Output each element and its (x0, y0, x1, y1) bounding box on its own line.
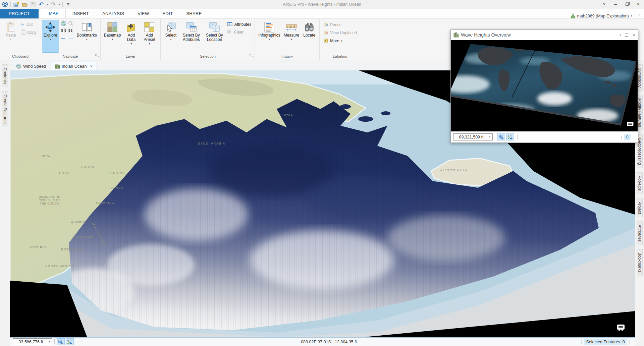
divider (54, 339, 55, 344)
divider: | (581, 340, 582, 344)
infographics-dropdown-icon: ▾ (269, 38, 270, 41)
overview-close-icon[interactable]: × (632, 32, 635, 38)
help-button[interactable]: ? (598, 0, 610, 8)
selected-features-count[interactable]: Selected Features: 0 (584, 339, 627, 345)
panel-tab-attributes[interactable]: Attributes (637, 221, 643, 245)
panel-tab-popups[interactable]: Pop-ups (637, 172, 643, 194)
select-label: Select (165, 33, 176, 38)
overview-titlebar[interactable]: Wave Heights Overview ▾ × (451, 30, 638, 40)
view-unplaced-icon (323, 30, 328, 36)
tab-map[interactable]: MAP (42, 8, 66, 18)
view-tab-wind-speed[interactable]: Wind Speed (12, 62, 50, 70)
view-tab-indian-ocean[interactable]: Indian Ocean × (51, 62, 97, 70)
cut-button: ✂ Cut (19, 21, 38, 28)
collapse-ribbon-icon[interactable]: ⌃ (638, 14, 641, 18)
snap-settings-button[interactable] (66, 338, 74, 345)
map-label: ZAMBIA (71, 220, 86, 223)
select-by-attributes-label: Select By Attributes (181, 33, 202, 42)
overview-float-icon[interactable] (625, 32, 628, 38)
panel-tab-create-features[interactable]: Create Features (2, 91, 8, 127)
snap-settings-button[interactable] (506, 133, 514, 140)
bookmarks-button[interactable]: Bookmarks ▾ (75, 20, 98, 52)
panel-tab-contents[interactable]: Contents (2, 64, 8, 87)
full-extent-icon[interactable] (61, 20, 66, 27)
grid-add-button[interactable] (497, 133, 505, 140)
panel-tab-project[interactable]: Project (637, 198, 643, 217)
divider: | (621, 135, 622, 139)
attribution-icon[interactable] (627, 121, 634, 129)
overview-map[interactable] (451, 40, 638, 131)
previous-extent-button[interactable]: ← (60, 35, 66, 40)
navigate-tools: ← → (59, 20, 75, 53)
divider (517, 134, 518, 139)
overview-menu-icon[interactable]: ▾ (620, 34, 621, 37)
basemap-button[interactable]: Basemap ▾ (103, 20, 122, 52)
bookmarks-dropdown-icon: ▾ (86, 38, 88, 41)
measure-button[interactable]: Measure ▾ (282, 20, 301, 52)
basemap-label: Basemap (104, 33, 121, 38)
new-item-icon[interactable] (13, 1, 19, 7)
globe-icon (16, 64, 21, 69)
select-by-location-button[interactable]: Select By Location (204, 20, 225, 52)
close-view-tab-icon[interactable]: × (90, 64, 93, 69)
grid-add-button[interactable] (57, 338, 65, 345)
basemap-icon (107, 21, 117, 33)
map-scale-dropdown[interactable]: 33,586,776 ft ▾ (13, 338, 52, 345)
overview-scale-dropdown[interactable]: 89,321,509 ft ▾ (453, 133, 493, 140)
attributes-button[interactable]: Attributes (225, 21, 253, 28)
redo-button[interactable]: ↷ (50, 1, 56, 7)
add-data-label: Add Data (124, 33, 138, 42)
add-data-button[interactable]: Add Data ▾ (123, 20, 140, 52)
clear-label: Clear (234, 30, 244, 35)
navigate-dialog-launcher-icon[interactable] (95, 54, 99, 58)
customize-quick-access-button[interactable] (65, 1, 71, 7)
add-preset-icon (144, 21, 154, 33)
tab-edit[interactable]: EDIT (156, 9, 180, 18)
map-label: CHAD (59, 171, 70, 175)
paste-dropdown-icon: ▾ (10, 38, 11, 41)
account-menu[interactable]: nath2869 (Map Exploration) ▾ ⌃ (571, 13, 644, 18)
pause-label: Pause (330, 22, 341, 27)
group-label-inquiry: Inquiry (281, 54, 293, 58)
divider (10, 2, 11, 7)
explore-label: Explore (44, 33, 57, 38)
explore-button[interactable]: Explore ▾ (42, 20, 59, 52)
selection-dialog-launcher-icon[interactable] (250, 54, 253, 58)
redo-dropdown-icon[interactable]: ▾ (59, 3, 60, 6)
local-scene-icon (453, 32, 459, 38)
restore-button[interactable] (621, 0, 633, 8)
pause-labeling-button: Pause (321, 21, 359, 28)
tab-view[interactable]: VIEW (131, 9, 156, 18)
undo-dropdown-icon[interactable]: ▾ (47, 3, 48, 6)
more-labeling-button[interactable]: More ▾ (321, 37, 359, 44)
view-unplaced-button: View Unplaced (321, 29, 359, 36)
divider (495, 134, 495, 139)
select-by-attributes-button[interactable]: Select By Attributes (179, 20, 203, 52)
fixed-zoom-out-icon[interactable] (68, 28, 73, 34)
tab-insert[interactable]: INSERT (66, 9, 96, 18)
minimize-button[interactable] (610, 0, 621, 8)
map-label: SUDAN (81, 165, 95, 169)
wave-heights-overview-window[interactable]: Wave Heights Overview ▾ × (450, 30, 638, 143)
restore-icon (626, 3, 629, 6)
add-preset-button[interactable]: Add Preset ▾ (140, 20, 158, 52)
overview-selected-count: 0 (624, 134, 631, 140)
infographics-button[interactable]: Infographics ▾ (257, 20, 281, 52)
account-dropdown-icon: ▾ (631, 14, 632, 17)
close-button[interactable]: × (633, 0, 644, 8)
fixed-zoom-in-icon[interactable] (61, 28, 66, 34)
cut-label: Cut (26, 22, 33, 27)
map-label: AUSTRALIA (440, 168, 468, 172)
select-button[interactable]: Select ▾ (163, 20, 179, 52)
panel-tab-bookmarks[interactable]: Bookmarks (637, 249, 643, 276)
tab-share[interactable]: SHARE (179, 9, 208, 18)
arcgis-pro-window: ↶ ▾ ↷ ▾ ArcGIS Pro - WaveHeights - India… (0, 0, 644, 346)
tab-project[interactable]: PROJECT (0, 9, 39, 18)
locate-button[interactable]: Locate (301, 20, 317, 52)
tab-analysis[interactable]: ANALYSIS (96, 9, 131, 18)
open-project-icon[interactable] (21, 1, 28, 7)
bookmarks-label: Bookmarks (77, 33, 97, 38)
undo-button[interactable]: ↶ (38, 1, 44, 7)
select-by-location-icon (209, 21, 220, 33)
attribution-icon[interactable] (617, 324, 626, 333)
